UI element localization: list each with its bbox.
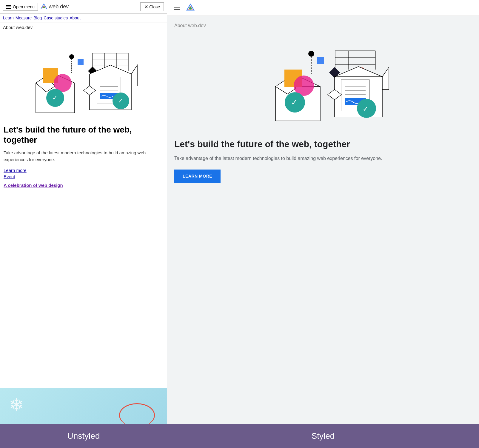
nav-measure[interactable]: Measure — [16, 16, 32, 20]
nav-learn[interactable]: Learn — [3, 16, 14, 20]
main-heading-unstyled: Let's build the future of the web, toget… — [4, 125, 163, 145]
hero-illustration-styled: ✓ — [258, 34, 389, 127]
main-heading-styled: Let's build the future of the web, toget… — [174, 138, 472, 150]
hamburger-icon — [6, 5, 11, 9]
learn-more-link[interactable]: Learn more — [4, 168, 163, 173]
close-label: Close — [149, 4, 160, 9]
celebration-link[interactable]: A celebration of web design — [4, 183, 163, 188]
svg-rect-12 — [78, 59, 84, 65]
svg-text:✓: ✓ — [363, 105, 369, 113]
hamburger-line-2 — [174, 7, 180, 8]
label-styled: Styled — [167, 424, 479, 448]
illustration-styled: ✓ — [174, 34, 472, 130]
navbar-unstyled: Open menu web.dev ✕ Close — [0, 0, 167, 14]
links-section: Learn more Event A celebration of web de… — [4, 168, 163, 188]
site-name: web.dev — [49, 4, 69, 10]
styled-panel: About web.dev ✓ — [167, 0, 479, 424]
content-styled: About web.dev ✓ — [167, 16, 479, 424]
curve-decoration — [119, 403, 155, 424]
labels-row: Unstyled Styled — [0, 424, 479, 448]
svg-point-45 — [308, 51, 314, 57]
description-styled: Take advantage of the latest modern tech… — [174, 155, 472, 162]
snowflake-decoration: ❄ — [9, 394, 24, 415]
event-link[interactable]: Event — [4, 174, 163, 179]
learn-more-button[interactable]: LEARN MORE — [174, 170, 221, 183]
svg-marker-23 — [90, 65, 131, 74]
bottom-preview: ❄ — [0, 388, 167, 424]
label-unstyled: Unstyled — [0, 424, 167, 448]
hamburger-line-1 — [174, 6, 180, 6]
nav-blog[interactable]: Blog — [33, 16, 42, 20]
illustration-unstyled: ✓ — [0, 32, 167, 122]
svg-text:✓: ✓ — [52, 94, 58, 101]
nav-links: Learn Measure Blog Case studies About — [0, 14, 167, 22]
hero-illustration-unstyled: ✓ — [27, 35, 140, 119]
navbar-styled — [167, 0, 479, 16]
svg-point-35 — [189, 7, 192, 10]
content-unstyled: Let's build the future of the web, toget… — [0, 122, 167, 192]
nav-about[interactable]: About — [70, 16, 81, 20]
styled-label: Styled — [312, 431, 335, 441]
open-menu-button[interactable]: Open menu — [3, 3, 38, 11]
logo-container: web.dev — [40, 3, 69, 10]
about-label-unstyled: About web.dev — [0, 22, 167, 32]
logo-icon — [40, 3, 47, 10]
nav-case-studies[interactable]: Case studies — [44, 16, 68, 20]
svg-rect-46 — [317, 57, 324, 64]
svg-point-11 — [69, 54, 74, 59]
description-unstyled: Take advantage of the latest modern tech… — [4, 150, 163, 163]
close-button[interactable]: ✕ Close — [140, 2, 164, 11]
open-menu-label: Open menu — [13, 4, 35, 9]
svg-text:✓: ✓ — [118, 98, 123, 104]
close-icon: ✕ — [144, 4, 148, 10]
hamburger-styled-button[interactable] — [173, 4, 181, 11]
svg-point-2 — [43, 7, 45, 8]
unstyled-panel: Open menu web.dev ✕ Close Learn Measure … — [0, 0, 167, 424]
svg-text:✓: ✓ — [291, 98, 298, 107]
unstyled-label: Unstyled — [67, 431, 100, 441]
svg-marker-24 — [131, 65, 137, 86]
logo-styled-icon — [186, 4, 195, 12]
about-label-styled: About web.dev — [174, 23, 472, 28]
hamburger-line-3 — [174, 9, 180, 10]
